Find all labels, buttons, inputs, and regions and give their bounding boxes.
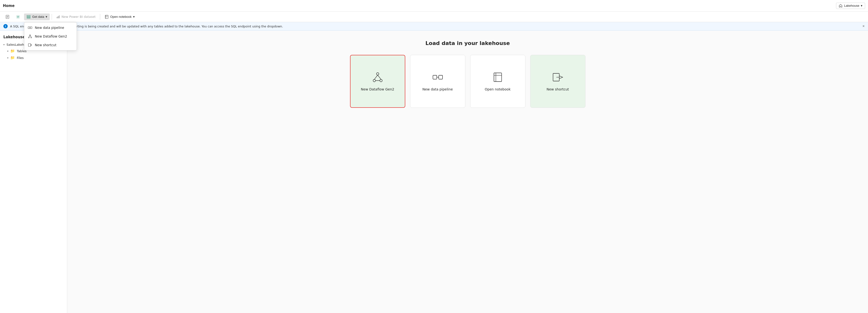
sidebar: Lakehouse ▾ SalesLakehouse ▾ 📁 Tables ▾ … bbox=[0, 31, 67, 313]
get-data-icon bbox=[26, 15, 31, 19]
dropdown-pipeline-label: New data pipeline bbox=[35, 26, 64, 30]
svg-rect-32 bbox=[494, 73, 502, 82]
svg-rect-9 bbox=[30, 27, 32, 29]
new-power-bi-label: New Power BI dataset bbox=[62, 15, 96, 19]
svg-rect-8 bbox=[28, 27, 30, 29]
toolbar: Get data ▾ New data pipeline bbox=[0, 11, 868, 22]
workspace-chevron: ▾ bbox=[861, 4, 863, 7]
svg-rect-18 bbox=[58, 16, 58, 18]
dataflow-gen2-card-icon bbox=[372, 72, 383, 83]
svg-point-23 bbox=[376, 73, 379, 75]
get-data-dropdown: New data pipeline New Dataflow Gen2 bbox=[24, 22, 77, 51]
svg-rect-34 bbox=[494, 73, 496, 82]
svg-rect-16 bbox=[28, 44, 31, 47]
settings-button[interactable] bbox=[13, 13, 23, 20]
svg-line-27 bbox=[378, 75, 381, 79]
power-bi-icon bbox=[56, 15, 60, 19]
card-new-dataflow-gen2[interactable]: New Dataflow Gen2 bbox=[350, 55, 405, 108]
notebook-icon bbox=[104, 15, 109, 19]
card-notebook-label: Open notebook bbox=[485, 87, 511, 91]
top-bar-right: Lakehouse ▾ bbox=[836, 3, 865, 9]
svg-rect-29 bbox=[433, 75, 437, 79]
page-title: Home bbox=[3, 4, 14, 8]
files-label: Files bbox=[17, 56, 24, 60]
svg-point-11 bbox=[30, 35, 31, 36]
card-open-notebook[interactable]: Open notebook bbox=[470, 55, 525, 108]
open-notebook-chevron: ▾ bbox=[133, 15, 135, 19]
svg-point-12 bbox=[28, 37, 29, 38]
svg-point-24 bbox=[373, 79, 375, 82]
doc-button[interactable] bbox=[3, 13, 12, 20]
card-shortcut-label: New shortcut bbox=[547, 87, 569, 91]
open-notebook-label: Open notebook bbox=[110, 15, 132, 19]
svg-rect-5 bbox=[27, 16, 30, 16]
dropdown-new-shortcut[interactable]: New shortcut bbox=[24, 41, 76, 49]
svg-point-13 bbox=[31, 37, 32, 38]
pipeline-icon bbox=[28, 25, 32, 30]
toolbar-separator-1 bbox=[52, 14, 52, 20]
card-new-shortcut[interactable]: New shortcut bbox=[530, 55, 586, 108]
workspace-label: Lakehouse bbox=[844, 4, 859, 7]
new-power-bi-button[interactable]: New Power BI dataset bbox=[54, 14, 98, 20]
home-icon bbox=[839, 4, 842, 8]
sidebar-item-files[interactable]: ▾ 📁 Files bbox=[0, 54, 67, 61]
gear-icon bbox=[16, 15, 20, 19]
dataflow-icon bbox=[28, 34, 32, 39]
folder-icon: 📁 bbox=[10, 49, 15, 53]
top-bar: Home Lakehouse ▾ bbox=[0, 0, 868, 11]
section-title: Load data in your lakehouse bbox=[77, 40, 858, 46]
get-data-chevron: ▾ bbox=[45, 15, 47, 19]
svg-line-14 bbox=[29, 36, 30, 37]
get-data-button[interactable]: Get data ▾ bbox=[24, 13, 50, 20]
svg-rect-19 bbox=[59, 16, 60, 18]
dropdown-shortcut-label: New shortcut bbox=[35, 43, 57, 47]
card-dataflow-label: New Dataflow Gen2 bbox=[361, 87, 394, 91]
banner-close-button[interactable]: × bbox=[863, 24, 865, 28]
main-content: Load data in your lakehouse New Dataflow… bbox=[67, 31, 868, 313]
info-icon: i bbox=[3, 24, 8, 28]
files-folder-icon: 📁 bbox=[10, 56, 15, 60]
shortcut-card-icon bbox=[552, 72, 564, 83]
svg-rect-7 bbox=[27, 18, 30, 18]
card-new-data-pipeline[interactable]: New data pipeline bbox=[410, 55, 465, 108]
card-pipeline-label: New data pipeline bbox=[422, 87, 453, 91]
dropdown-new-data-pipeline[interactable]: New data pipeline bbox=[24, 23, 76, 32]
open-notebook-button[interactable]: Open notebook ▾ bbox=[102, 13, 137, 20]
svg-rect-17 bbox=[57, 17, 57, 18]
svg-line-26 bbox=[374, 75, 378, 79]
doc-icon bbox=[5, 15, 10, 19]
notebook-card-icon bbox=[492, 72, 503, 83]
svg-rect-6 bbox=[27, 17, 30, 17]
svg-point-4 bbox=[18, 16, 19, 17]
get-data-label: Get data bbox=[32, 15, 44, 19]
workspace-button[interactable]: Lakehouse ▾ bbox=[836, 3, 865, 9]
main-layout: Lakehouse ▾ SalesLakehouse ▾ 📁 Tables ▾ … bbox=[0, 31, 868, 313]
shortcut-icon bbox=[28, 42, 32, 48]
chevron-right-icon: ▾ bbox=[7, 50, 8, 52]
data-pipeline-card-icon bbox=[432, 72, 443, 83]
dropdown-dataflow-label: New Dataflow Gen2 bbox=[35, 34, 67, 38]
svg-point-25 bbox=[380, 79, 382, 82]
cards-row: New Dataflow Gen2 New data pipeline Op bbox=[77, 55, 858, 108]
svg-rect-20 bbox=[105, 15, 108, 19]
svg-line-15 bbox=[30, 36, 31, 37]
chevron-files-icon: ▾ bbox=[7, 57, 8, 59]
svg-rect-30 bbox=[439, 75, 442, 79]
info-banner: i A SQL endpoint and default dataset for… bbox=[0, 22, 868, 31]
chevron-down-icon: ▾ bbox=[3, 43, 5, 46]
dropdown-new-dataflow-gen2[interactable]: New Dataflow Gen2 bbox=[24, 32, 76, 41]
